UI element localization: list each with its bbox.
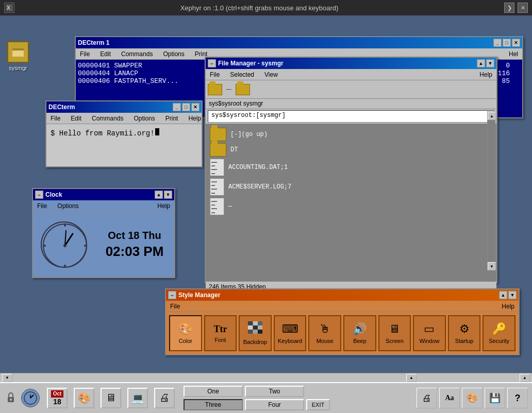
svg-text:X: X (7, 5, 10, 11)
decterm1-menu-commands[interactable]: Commands (119, 49, 155, 59)
taskbar-right-font[interactable]: Aa (439, 388, 460, 408)
decterm1-titlebar[interactable]: DECterm 1 _ □ ✕ (76, 37, 522, 48)
clock-menu-file[interactable]: File (35, 201, 49, 211)
style-item-backdrop[interactable]: Backdrop (239, 315, 272, 351)
style-manager-titlebar[interactable]: ═ Style Manager ▲ ▼ (166, 289, 519, 301)
fm-item-acme[interactable]: ▬▬▬▬▬▬▬▬▬▬ ACME$SERVER.LOG;7 (210, 178, 492, 196)
taskbar-date-icon[interactable]: Oct 18 (45, 386, 69, 410)
filemanager-location[interactable]: sys$sysroot:[sysmgr] (208, 110, 494, 123)
style-manager-maximize[interactable]: ▼ (508, 291, 517, 299)
keyboard-icon: ⌨ (282, 322, 298, 336)
decterm1-menu-edit[interactable]: Edit (98, 49, 113, 59)
decterm2-close[interactable]: ✕ (191, 103, 200, 111)
decterm2-menu-print[interactable]: Print (163, 114, 180, 123)
filemanager-maximize[interactable]: ▼ (486, 59, 494, 67)
clock-titlebar[interactable]: ═ Clock ▲ ▼ (33, 189, 174, 200)
style-manager-sysmenu[interactable]: ═ (168, 291, 176, 299)
decterm2-minimize[interactable]: _ (173, 103, 181, 111)
svg-point-12 (63, 244, 66, 247)
clock-help[interactable]: Help (155, 201, 172, 211)
workspace-exit[interactable]: EXIT (306, 399, 330, 410)
clock-menu-options[interactable]: Options (55, 201, 80, 211)
taskbar-computer-icon[interactable]: 💻 (126, 386, 149, 410)
style-manager-help[interactable]: Help (500, 302, 517, 311)
filemanager-help[interactable]: Help (477, 70, 494, 79)
mouse-icon: 🖱 (319, 322, 330, 336)
taskbar-clock-img (21, 389, 40, 407)
workspace-four[interactable]: Four (245, 399, 304, 410)
fm-arrow: — (226, 85, 231, 94)
taskbar-arrow-right2[interactable]: ▲ (520, 374, 530, 382)
fm-item-dt[interactable]: DT (210, 143, 492, 157)
filemanager-minimize[interactable]: ▲ (477, 59, 485, 67)
filemanager-menu-file[interactable]: File (208, 70, 222, 79)
color-icon: 🎨 (178, 322, 192, 336)
taskbar-monitor-icon[interactable]: 🖥 (99, 386, 123, 410)
decterm2-menu-options[interactable]: Options (131, 114, 157, 123)
decterm2-menu-file[interactable]: File (48, 114, 62, 123)
xephyr-chevron[interactable]: ❯ (504, 3, 514, 13)
keyboard-label: Keyboard (278, 338, 302, 344)
style-item-keyboard[interactable]: ⌨ Keyboard (274, 315, 307, 351)
filemanager-toolbar: — (206, 80, 496, 99)
fm-accounting-label: ACCOUNTING.DAT;1 (228, 164, 288, 171)
workspace-one[interactable]: One (184, 386, 243, 397)
workspace-three[interactable]: Three (184, 399, 243, 410)
clock-sysmenu[interactable]: ═ (35, 191, 43, 199)
taskbar-clock-icon[interactable] (19, 386, 42, 410)
decterm1-close[interactable]: ✕ (512, 39, 520, 47)
decterm1-maximize[interactable]: □ (503, 39, 511, 47)
style-item-window[interactable]: ▭ Window (413, 315, 446, 351)
fm-scroll-up[interactable]: ▲ (488, 112, 496, 120)
decterm2-titlebar[interactable]: DECterm _ □ ✕ (46, 101, 202, 113)
decterm1-menu-options[interactable]: Options (161, 49, 186, 59)
style-item-font[interactable]: Ttr Font (204, 315, 237, 351)
clock-maximize[interactable]: ▼ (164, 191, 172, 199)
workspace-two[interactable]: Two (245, 386, 304, 397)
taskbar-arrow-right1[interactable]: ▲ (406, 374, 417, 382)
filemanager-menu-selected[interactable]: Selected (228, 70, 256, 79)
taskbar-right-color[interactable]: 🎨 (462, 388, 483, 408)
style-item-screen[interactable]: 🖥 Screen (378, 315, 411, 351)
filemanager-menu-view[interactable]: View (262, 70, 280, 79)
style-item-color[interactable]: 🎨 Color (169, 315, 202, 351)
decterm1-menu-file[interactable]: File (78, 49, 92, 59)
decterm2-maximize[interactable]: □ (182, 103, 190, 111)
style-item-startup[interactable]: ⚙ Startup (448, 315, 481, 351)
decterm2-help[interactable]: Help (186, 114, 203, 123)
fm-scroll-down[interactable]: ▼ (488, 262, 496, 270)
decterm1-minimize[interactable]: _ (493, 39, 502, 47)
fm-folder-icon-left[interactable] (208, 84, 222, 95)
decterm2-body[interactable]: $ Hello from Raymii.org! (46, 124, 202, 166)
mouse-label: Mouse (317, 338, 334, 344)
filemanager-titlebar[interactable]: ═ File Manager - sysmgr ▲ ▼ (206, 58, 496, 69)
svg-rect-14 (248, 321, 253, 325)
style-item-security[interactable]: 🔑 Security (483, 315, 516, 351)
style-manager-minimize[interactable]: ▲ (499, 291, 507, 299)
color-label: Color (179, 338, 192, 344)
fm-item-accounting[interactable]: ▬▬▬▬▬▬▬▬▬▬ ACCOUNTING.DAT;1 (210, 159, 492, 176)
taskbar-printer-icon[interactable]: 🖨 (153, 386, 176, 410)
security-label: Security (489, 338, 509, 344)
taskbar-arrow-left[interactable]: ▼ (2, 374, 12, 382)
sysmgr-desktop-icon[interactable]: sysmgr (7, 41, 29, 71)
decterm1-help[interactable]: Hel (507, 49, 520, 59)
taskbar-palette-icon[interactable]: 🎨 (72, 386, 96, 410)
clock-minimize[interactable]: ▲ (155, 191, 163, 199)
xephyr-close[interactable]: ✕ (518, 3, 528, 13)
decterm2-menu-commands[interactable]: Commands (90, 114, 125, 123)
fm-folder-icon-right[interactable] (236, 84, 250, 95)
filemanager-sysmenu[interactable]: ═ (208, 59, 216, 67)
taskbar-right-help[interactable]: ? (507, 388, 528, 408)
window-icon: ▭ (424, 322, 435, 336)
style-item-mouse[interactable]: 🖱 Mouse (308, 315, 341, 351)
decterm2-menu-edit[interactable]: Edit (69, 114, 84, 123)
fm-item-goup[interactable]: [-](go up) (210, 128, 492, 141)
fm-scrollbar[interactable]: ▲ ▼ (487, 111, 495, 271)
taskbar-right-printer[interactable]: 🖨 (417, 388, 437, 408)
style-manager-title: Style Manager (178, 291, 220, 299)
taskbar-right-drive[interactable]: 💾 (485, 388, 505, 408)
fm-goup-label: [-](go up) (230, 131, 268, 138)
style-item-beep[interactable]: 🔊 Beep (343, 315, 376, 351)
style-manager-menu-file[interactable]: File (168, 302, 182, 311)
